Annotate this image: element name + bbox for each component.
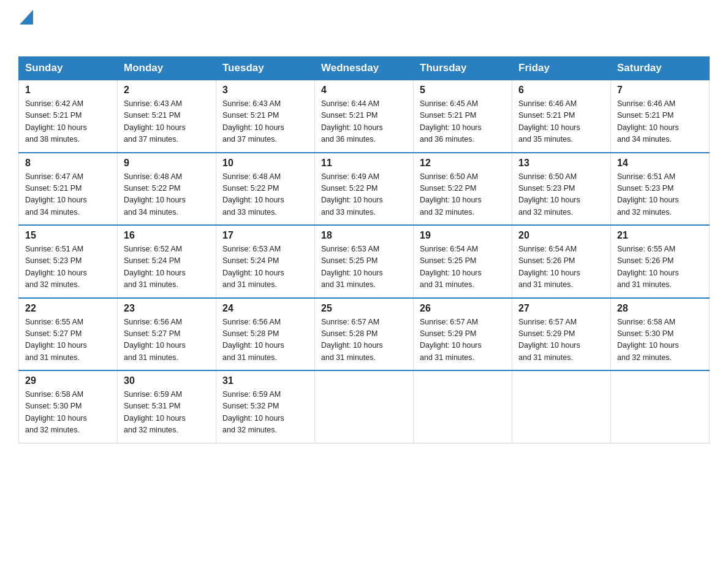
day-number: 16 (124, 230, 210, 241)
day-info: Sunrise: 6:43 AM Sunset: 5:21 PM Dayligh… (222, 98, 308, 146)
calendar-cell: 27 Sunrise: 6:57 AM Sunset: 5:29 PM Dayl… (512, 298, 611, 371)
day-number: 11 (321, 158, 407, 169)
day-number: 14 (617, 158, 703, 169)
day-info: Sunrise: 6:47 AM Sunset: 5:21 PM Dayligh… (25, 171, 111, 219)
day-number: 19 (420, 230, 506, 241)
day-info: Sunrise: 6:48 AM Sunset: 5:22 PM Dayligh… (222, 171, 308, 219)
calendar-cell: 4 Sunrise: 6:44 AM Sunset: 5:21 PM Dayli… (315, 80, 414, 153)
calendar-week-3: 15 Sunrise: 6:51 AM Sunset: 5:23 PM Dayl… (19, 225, 710, 298)
weekday-header-thursday: Thursday (414, 57, 512, 80)
day-info: Sunrise: 6:56 AM Sunset: 5:27 PM Dayligh… (124, 316, 210, 364)
calendar-cell (315, 370, 414, 443)
day-number: 20 (518, 230, 604, 241)
day-info: Sunrise: 6:44 AM Sunset: 5:21 PM Dayligh… (321, 98, 407, 146)
calendar-cell: 18 Sunrise: 6:53 AM Sunset: 5:25 PM Dayl… (315, 225, 414, 298)
day-info: Sunrise: 6:54 AM Sunset: 5:26 PM Dayligh… (518, 243, 604, 291)
day-number: 25 (321, 303, 407, 314)
calendar-cell: 1 Sunrise: 6:42 AM Sunset: 5:21 PM Dayli… (19, 80, 118, 153)
calendar-table: SundayMondayTuesdayWednesdayThursdayFrid… (18, 56, 710, 443)
day-number: 7 (617, 85, 703, 96)
calendar-cell: 21 Sunrise: 6:55 AM Sunset: 5:26 PM Dayl… (611, 225, 710, 298)
weekday-header-saturday: Saturday (611, 57, 710, 80)
day-info: Sunrise: 6:57 AM Sunset: 5:28 PM Dayligh… (321, 316, 407, 364)
day-number: 26 (420, 303, 506, 314)
calendar-cell: 23 Sunrise: 6:56 AM Sunset: 5:27 PM Dayl… (118, 298, 216, 371)
day-info: Sunrise: 6:58 AM Sunset: 5:30 PM Dayligh… (25, 389, 111, 437)
weekday-header-tuesday: Tuesday (216, 57, 315, 80)
calendar-cell (611, 370, 710, 443)
day-info: Sunrise: 6:59 AM Sunset: 5:32 PM Dayligh… (222, 389, 308, 437)
calendar-cell: 5 Sunrise: 6:45 AM Sunset: 5:21 PM Dayli… (414, 80, 512, 153)
day-info: Sunrise: 6:43 AM Sunset: 5:21 PM Dayligh… (124, 98, 210, 146)
calendar-cell: 15 Sunrise: 6:51 AM Sunset: 5:23 PM Dayl… (19, 225, 118, 298)
day-number: 24 (222, 303, 308, 314)
calendar-week-5: 29 Sunrise: 6:58 AM Sunset: 5:30 PM Dayl… (19, 370, 710, 443)
weekday-header-sunday: Sunday (19, 57, 118, 80)
day-number: 8 (25, 158, 111, 169)
day-number: 18 (321, 230, 407, 241)
calendar-cell: 16 Sunrise: 6:52 AM Sunset: 5:24 PM Dayl… (118, 225, 216, 298)
day-number: 31 (222, 375, 308, 386)
calendar-cell: 17 Sunrise: 6:53 AM Sunset: 5:24 PM Dayl… (216, 225, 315, 298)
weekday-header-wednesday: Wednesday (315, 57, 414, 80)
day-number: 21 (617, 230, 703, 241)
day-info: Sunrise: 6:52 AM Sunset: 5:24 PM Dayligh… (124, 243, 210, 291)
day-info: Sunrise: 6:51 AM Sunset: 5:23 PM Dayligh… (617, 171, 703, 219)
day-info: Sunrise: 6:57 AM Sunset: 5:29 PM Dayligh… (518, 316, 604, 364)
calendar-cell: 29 Sunrise: 6:58 AM Sunset: 5:30 PM Dayl… (19, 370, 118, 443)
calendar-cell: 9 Sunrise: 6:48 AM Sunset: 5:22 PM Dayli… (118, 153, 216, 226)
day-info: Sunrise: 6:46 AM Sunset: 5:21 PM Dayligh… (617, 98, 703, 146)
day-number: 30 (124, 375, 210, 386)
calendar-cell: 7 Sunrise: 6:46 AM Sunset: 5:21 PM Dayli… (611, 80, 710, 153)
day-number: 4 (321, 85, 407, 96)
calendar-cell: 10 Sunrise: 6:48 AM Sunset: 5:22 PM Dayl… (216, 153, 315, 226)
day-info: Sunrise: 6:53 AM Sunset: 5:24 PM Dayligh… (222, 243, 308, 291)
weekday-header-monday: Monday (118, 57, 216, 80)
day-info: Sunrise: 6:42 AM Sunset: 5:21 PM Dayligh… (25, 98, 111, 146)
day-number: 15 (25, 230, 111, 241)
day-info: Sunrise: 6:59 AM Sunset: 5:31 PM Dayligh… (124, 389, 210, 437)
day-info: Sunrise: 6:45 AM Sunset: 5:21 PM Dayligh… (420, 98, 506, 146)
day-number: 28 (617, 303, 703, 314)
day-number: 5 (420, 85, 506, 96)
calendar-cell: 12 Sunrise: 6:50 AM Sunset: 5:22 PM Dayl… (414, 153, 512, 226)
calendar-week-1: 1 Sunrise: 6:42 AM Sunset: 5:21 PM Dayli… (19, 80, 710, 153)
day-info: Sunrise: 6:55 AM Sunset: 5:26 PM Dayligh… (617, 243, 703, 291)
calendar-cell (512, 370, 611, 443)
calendar-cell: 24 Sunrise: 6:56 AM Sunset: 5:28 PM Dayl… (216, 298, 315, 371)
calendar-cell: 20 Sunrise: 6:54 AM Sunset: 5:26 PM Dayl… (512, 225, 611, 298)
calendar-cell: 31 Sunrise: 6:59 AM Sunset: 5:32 PM Dayl… (216, 370, 315, 443)
calendar-cell: 14 Sunrise: 6:51 AM Sunset: 5:23 PM Dayl… (611, 153, 710, 226)
day-number: 9 (124, 158, 210, 169)
calendar-cell (414, 370, 512, 443)
day-number: 22 (25, 303, 111, 314)
day-info: Sunrise: 6:54 AM Sunset: 5:25 PM Dayligh… (420, 243, 506, 291)
calendar-cell: 19 Sunrise: 6:54 AM Sunset: 5:25 PM Dayl… (414, 225, 512, 298)
day-info: Sunrise: 6:49 AM Sunset: 5:22 PM Dayligh… (321, 171, 407, 219)
calendar-header-row: SundayMondayTuesdayWednesdayThursdayFrid… (19, 57, 710, 80)
day-number: 27 (518, 303, 604, 314)
day-info: Sunrise: 6:56 AM Sunset: 5:28 PM Dayligh… (222, 316, 308, 364)
day-number: 17 (222, 230, 308, 241)
day-number: 1 (25, 85, 111, 96)
calendar-cell: 6 Sunrise: 6:46 AM Sunset: 5:21 PM Dayli… (512, 80, 611, 153)
logo-triangle-icon (20, 10, 33, 25)
day-info: Sunrise: 6:53 AM Sunset: 5:25 PM Dayligh… (321, 243, 407, 291)
day-info: Sunrise: 6:51 AM Sunset: 5:23 PM Dayligh… (25, 243, 111, 291)
weekday-header-friday: Friday (512, 57, 611, 80)
calendar-week-2: 8 Sunrise: 6:47 AM Sunset: 5:21 PM Dayli… (19, 153, 710, 226)
day-number: 23 (124, 303, 210, 314)
day-info: Sunrise: 6:50 AM Sunset: 5:23 PM Dayligh… (518, 171, 604, 219)
calendar-cell: 8 Sunrise: 6:47 AM Sunset: 5:21 PM Dayli… (19, 153, 118, 226)
svg-marker-0 (20, 10, 33, 25)
day-number: 13 (518, 158, 604, 169)
day-number: 6 (518, 85, 604, 96)
page-header (18, 12, 710, 44)
calendar-cell: 2 Sunrise: 6:43 AM Sunset: 5:21 PM Dayli… (118, 80, 216, 153)
day-info: Sunrise: 6:48 AM Sunset: 5:22 PM Dayligh… (124, 171, 210, 219)
day-info: Sunrise: 6:58 AM Sunset: 5:30 PM Dayligh… (617, 316, 703, 364)
day-info: Sunrise: 6:50 AM Sunset: 5:22 PM Dayligh… (420, 171, 506, 219)
day-info: Sunrise: 6:55 AM Sunset: 5:27 PM Dayligh… (25, 316, 111, 364)
calendar-cell: 13 Sunrise: 6:50 AM Sunset: 5:23 PM Dayl… (512, 153, 611, 226)
day-number: 10 (222, 158, 308, 169)
